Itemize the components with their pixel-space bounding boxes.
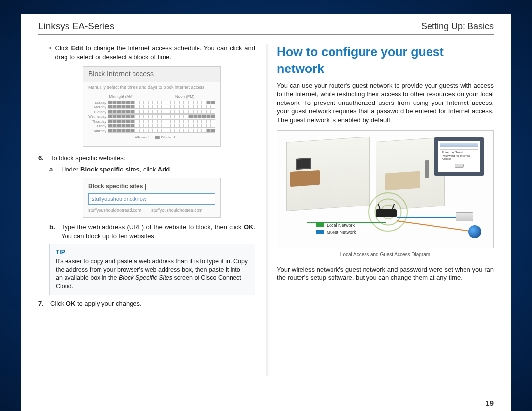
schedule-cell: [153, 105, 157, 109]
schedule-cell: [162, 124, 166, 128]
schedule-cell: [184, 114, 188, 118]
schedule-cell: [112, 110, 117, 114]
day-label: Friday: [88, 124, 108, 128]
laptop-prompt-text: Enter the Guest Password for Internet Ac…: [440, 149, 478, 162]
schedule-cell: [202, 101, 206, 104]
right-column: How to configure your guest network You …: [277, 44, 494, 405]
schedule-cell: [206, 114, 211, 118]
schedule-cell: [153, 114, 157, 118]
step-6b: b. Type the web address (URL) of the web…: [49, 223, 255, 240]
schedule-cell: [153, 110, 157, 114]
schedule-cell: [117, 101, 121, 104]
schedule-cell: [202, 114, 206, 118]
schedule-cell: [166, 119, 170, 123]
schedule-cell: [139, 105, 144, 109]
bullet-dot-icon: •: [49, 44, 51, 61]
diagram-legend: Local Network Guest Network: [316, 221, 356, 236]
diagram-caption: Local Access and Guest Access Diagram: [277, 251, 494, 258]
schedule-cell: [126, 110, 130, 114]
schedule-cell: [162, 129, 166, 133]
schedule-cell: [126, 129, 130, 133]
lamp-icon: [425, 160, 429, 178]
guest-laptop-icon: Enter the Guest Password for Internet Ac…: [434, 137, 484, 176]
schedule-cell: [130, 129, 134, 133]
schedule-cell: [117, 105, 121, 109]
schedule-cell: [121, 129, 126, 133]
local-network-swatch-icon: [316, 223, 324, 227]
schedule-cell: [193, 105, 198, 109]
schedule-cell: [179, 110, 184, 114]
schedule-cell: [170, 124, 175, 128]
schedule-cell: [130, 105, 134, 109]
step-6: 6. To block specific websites:: [38, 154, 255, 163]
schedule-cell: [121, 119, 126, 123]
schedule-cell: [130, 119, 134, 123]
schedule-cell: [202, 119, 206, 123]
schedule-cell: [153, 101, 157, 104]
schedule-cell: [211, 114, 215, 118]
schedule-cell: [188, 119, 193, 123]
schedule-cell: [130, 114, 134, 118]
guest-network-note-paragraph: Your wireless network's guest network an…: [277, 265, 494, 282]
schedule-cell: [134, 129, 139, 133]
screenshot2-url-list: stuffyoushouldnotread.com stuffyoushould…: [88, 207, 215, 213]
schedule-cell: [211, 110, 215, 114]
grid-body: SundayMondayTuesdayWednesdayThursdayFrid…: [88, 101, 215, 133]
schedule-cell: [112, 119, 117, 123]
schedule-legend: Allowed Blocked: [88, 133, 215, 142]
schedule-cell: [134, 114, 139, 118]
schedule-cell: [108, 124, 112, 128]
schedule-cell: [175, 119, 179, 123]
schedule-cell: [179, 101, 184, 104]
allowed-swatch-icon: [129, 136, 133, 139]
schedule-cell: [175, 105, 179, 109]
schedule-cell: [144, 110, 148, 114]
schedule-cell: [184, 101, 188, 104]
laptop-titlebar-icon: [440, 143, 478, 147]
schedule-cell: [162, 114, 166, 118]
schedule-cell: [166, 129, 170, 133]
guest-network-wire-icon: [397, 217, 466, 218]
schedule-cell: [148, 119, 153, 123]
schedule-cell: [198, 124, 202, 128]
schedule-cell: [175, 110, 179, 114]
schedule-cell: [108, 110, 112, 114]
blocked-url: stuffyoushouldnotsee.com: [151, 207, 202, 213]
schedule-cell: [112, 129, 117, 133]
schedule-cell: [198, 110, 202, 114]
schedule-cell: [211, 124, 215, 128]
schedule-cell: [162, 119, 166, 123]
schedule-cell: [184, 129, 188, 133]
desk-icon: [290, 170, 320, 187]
schedule-cell: [144, 124, 148, 128]
schedule-cell: [202, 105, 206, 109]
schedule-cell: [162, 101, 166, 104]
day-label: Thursday: [88, 119, 108, 124]
schedule-cell: [179, 105, 184, 109]
content-columns: • Click Edit to change the Internet acce…: [38, 44, 494, 405]
step-6a: a. Under Block specific sites, click Add…: [49, 165, 255, 174]
document-page: Linksys EA-Series Setting Up: Basics • C…: [21, 14, 511, 411]
schedule-cell: [211, 101, 215, 104]
modem-icon: [456, 212, 473, 221]
schedule-cell: [206, 129, 211, 133]
step-6a-text: Under Block specific sites, click Add.: [61, 165, 172, 174]
step-6b-text: Type the web address (URL) of the websit…: [61, 223, 255, 240]
schedule-cell: [198, 114, 202, 118]
schedule-cell: [179, 124, 184, 128]
schedule-cell: [134, 119, 139, 123]
blocked-swatch-icon: [155, 136, 160, 139]
schedule-cell: [157, 124, 162, 128]
schedule-cell: [193, 110, 198, 114]
schedule-cell: [175, 124, 179, 128]
schedule-cell: [188, 129, 193, 133]
schedule-cell: [198, 129, 202, 133]
schedule-cell: [139, 101, 144, 104]
screenshot2-input: stuffyoushouldnotknow: [88, 193, 215, 205]
left-column: • Click Edit to change the Internet acce…: [38, 44, 255, 405]
screenshot1-title: Block Internet access: [83, 67, 220, 82]
schedule-cell: [188, 101, 193, 104]
schedule-cell: [121, 114, 126, 118]
schedule-cell: [193, 114, 198, 118]
header-section-name: Setting Up: Basics: [421, 21, 494, 32]
